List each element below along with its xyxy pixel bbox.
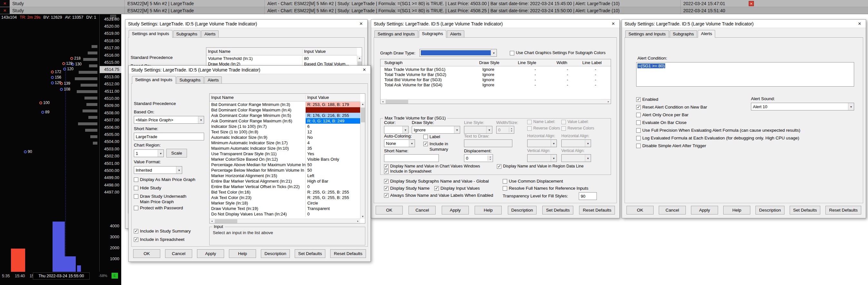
input-row[interactable]: Bid Text Color (In:16)R: 255, G: 255, B:… [210,189,360,195]
scroll-right-icon[interactable]: ▸ [606,100,611,104]
set-defaults-button[interactable]: Set Defaults [295,249,326,258]
alert-close-icon[interactable]: ✕ [0,7,10,14]
checkbox-display-global[interactable]: Display Study Subgraphs Name and Value -… [384,179,489,184]
dialog-titlebar[interactable]: Study Settings: LargeTrade. ID:5 (Large … [129,66,370,74]
draw-style-select[interactable]: Ignore ▾ [412,126,460,134]
checkbox-use-chart-graphics[interactable]: Use Chart Graphics Settings For Subgraph… [510,50,606,56]
inputs-table[interactable]: Input Name Input Value Bid Dominant Colo… [209,94,365,223]
horizontal-scrollbar[interactable]: ◂ ▸ [210,219,360,223]
subgraph-row[interactable]: Total Trade Volume for Bar (SG2)Ignore--… [380,72,611,77]
value-format-select[interactable]: Inherited ▾ [134,166,182,174]
checkbox-evaluate-on-bar-close[interactable]: Evaluate On Bar Close [636,120,686,125]
tab-alerts[interactable]: Alerts [447,30,465,37]
input-row[interactable]: Ask Dominant Color Range Maximum (In:6)R… [210,118,360,124]
input-row[interactable]: Marker Color/Size Based On (In:12)Visibl… [210,156,360,162]
help-button[interactable]: Help [723,206,750,214]
checkbox-display-study-name[interactable]: Display Study Name [384,186,430,191]
ok-button[interactable]: OK [133,249,160,258]
checkbox-hide-study[interactable]: Hide Study [134,185,161,190]
checkbox-include-in-study-summary[interactable]: Include in Study Summary [134,229,191,234]
subgraphs-table[interactable]: Subgraph Draw Style Line Style Width Lin… [380,59,611,104]
close-icon[interactable]: ✕ [610,21,617,26]
column-header-width[interactable]: Width [555,60,580,65]
apply-button[interactable]: Apply [442,206,469,214]
tab-subgraphs[interactable]: Subgraphs [670,30,697,37]
graph-draw-type-select[interactable]: ▾ [420,49,497,57]
column-header-subgraph[interactable]: Subgraph [380,60,477,65]
subgraph-row[interactable]: Total Ask Volume for Bar (SG4)Ignore--- [380,82,611,87]
alert-close-icon[interactable]: ✕ [0,0,10,7]
input-row[interactable]: Draw Volume Text (In:19)Transparent [210,206,360,211]
scrollbar-thumb[interactable] [361,108,365,122]
alert-dismiss-button[interactable]: ✕ [749,1,754,6]
checkbox-reset-alert-condition-on-new-bar[interactable]: Reset Alert Condition on New Bar [636,105,707,109]
checkbox-draw-study-underneath[interactable]: Draw Study Underneath Main Price Graph [134,194,195,205]
checkbox-display-input-values[interactable]: Display Input Values [434,186,480,191]
checkbox-protect-with-password[interactable]: Protect with Password [134,206,183,210]
alert-log-row[interactable]: ✕ Study ESM22[M] 5 Min #2 | LargeTrade A… [0,7,868,14]
tab-settings-and-inputs[interactable]: Settings and Inputs [625,30,669,37]
vertical-scrollbar[interactable]: ▲ ▼ [360,102,365,219]
input-row[interactable]: Ask Dominant Color Range Minimum (In:5)R… [210,113,360,118]
checkbox-log-evaluated-formula-at-each-evaluation-for-debugging-only-high-cpu-usage[interactable]: Log Evaluated Formula at Each Evaluation… [636,136,799,140]
checkbox-display-region-line[interactable]: Display Name and Value in Region Data Li… [497,164,584,169]
input-row[interactable]: Ask Text Color (In:23)R: 255, G: 255, B:… [210,195,360,200]
ok-button[interactable]: OK [626,206,654,214]
description-button[interactable]: Description [755,206,784,214]
input-row[interactable]: Percentage Below Median for Minimum Volu… [210,168,360,173]
subgraph-row[interactable]: Max Trade Volume for Bar (SG1)Ignore--- [380,67,611,72]
alert-sound-select[interactable]: Alert 10 ▾ [751,103,854,110]
column-header-input-name[interactable]: Input Name [210,95,305,100]
tab-settings-and-inputs[interactable]: Settings and Inputs [129,30,173,38]
checkbox-include-in-summary[interactable]: Include in Summary [423,141,457,152]
ok-button[interactable]: OK [376,206,403,214]
close-icon[interactable]: ✕ [856,21,863,26]
input-row[interactable]: Use Transparent Draw Style (In:11)Yes [210,151,360,156]
tab-subgraphs[interactable]: Subgraphs [419,30,446,38]
chart-panel[interactable]: 143x104 TR: 2m 29s BV: 12629 AV: 13357 D… [0,14,121,285]
input-row[interactable]: Bid Dominant Color Range Maximum (In:4) [210,107,360,113]
checkbox-use-full-precision-when-evaluating-alert-formula-can-cause-unexpected-results[interactable]: Use Full Precision When Evaluating Alert… [636,128,800,133]
tab-settings-and-inputs[interactable]: Settings and Inputs [132,76,176,84]
reset-defaults-button[interactable]: Reset Defaults [826,206,861,214]
spinner-arrows-icon[interactable]: ▴▾ [488,155,493,161]
set-defaults-button[interactable]: Set Defaults [789,206,820,214]
description-button[interactable]: Description [261,249,290,258]
subgraph-row[interactable]: Total Bid Volume for Bar (SG3)Ignore--- [380,77,611,82]
input-row[interactable]: Indicator Size (1 to 100) (In:7)6 [210,124,360,129]
dialog-titlebar[interactable]: Study Settings: LargeTrade. ID:5 (Large … [622,20,866,28]
column-header-line-style[interactable]: Line Style [516,60,555,65]
color-select[interactable]: ▾ [384,126,408,134]
tab-subgraphs[interactable]: Subgraphs [176,76,204,83]
input-row[interactable]: Entire Bar Marker Vertical Offset in Tic… [210,184,360,189]
checkbox-include-spreadsheet[interactable]: Include in Spreadsheet [384,169,431,174]
input-row[interactable]: Marker Style (In:18)Circle [210,200,360,206]
checkbox-display-as-main-price-graph[interactable]: Display As Main Price Graph [134,177,195,182]
transparency-input[interactable]: 90 [579,192,597,200]
reset-defaults-button[interactable]: Reset Defaults [330,249,366,258]
based-on-select[interactable]: <Main Price Graph> ▾ [134,116,204,124]
close-icon[interactable]: ✕ [361,67,368,72]
set-defaults-button[interactable]: Set Defaults [542,206,573,214]
scroll-up-icon[interactable]: ▲ [357,56,362,60]
scroll-left-icon[interactable]: ◂ [210,219,214,223]
short-name-input[interactable]: LargeTrade [134,133,204,140]
checkbox-display-chart-values[interactable]: Display Name and Value in Chart Values W… [384,164,480,169]
cancel-button[interactable]: Cancel [165,249,192,258]
short-name-input[interactable] [384,154,439,162]
apply-button[interactable]: Apply [691,206,718,214]
tab-settings-and-inputs[interactable]: Settings and Inputs [374,30,418,37]
help-button[interactable]: Help [229,249,256,258]
column-header-draw-style[interactable]: Draw Style [477,60,516,65]
checkbox-include-in-spreadsheet[interactable]: Include in Spreadsheet [134,237,184,242]
input-row[interactable]: Text Size (1 to 100) (In:8)12 [210,129,360,135]
spin-down-icon[interactable]: ▾ [490,158,491,161]
cancel-button[interactable]: Cancel [659,206,686,214]
auto-coloring-select[interactable]: None ▾ [384,139,415,147]
scrollbar-thumb[interactable] [215,219,237,223]
dialog-titlebar[interactable]: Study Settings: LargeTrade. ID:5 (Large … [371,20,619,28]
input-row[interactable]: Marker Horizontal Alignment (In:15)Left [210,173,360,178]
column-header-input-value[interactable]: Input Value [302,49,357,54]
cancel-button[interactable]: Cancel [408,206,436,214]
chart-region-select[interactable]: 1 ▾ [134,149,164,157]
